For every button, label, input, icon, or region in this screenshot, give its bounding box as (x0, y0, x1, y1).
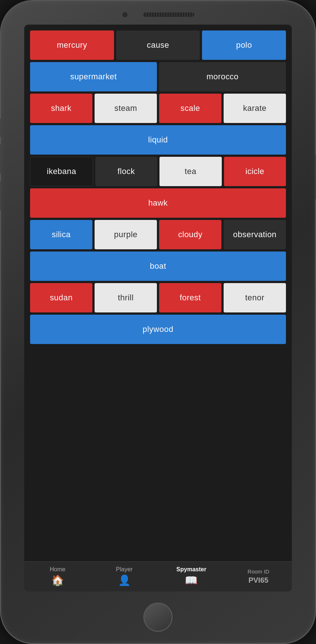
tile-tenor[interactable]: tenor (224, 283, 286, 312)
tile-morocco[interactable]: morocco (159, 62, 286, 91)
tile-row-2: supermarket morocco (30, 62, 286, 91)
volume-mute-button[interactable] (0, 119, 1, 137)
volume-down-button[interactable] (0, 181, 1, 210)
tile-liquid[interactable]: liquid (30, 125, 286, 155)
front-camera (122, 11, 128, 18)
tile-boat[interactable]: boat (30, 252, 286, 281)
tile-supermarket[interactable]: supermarket (30, 62, 157, 91)
tile-flock[interactable]: flock (95, 157, 158, 186)
tile-row-3: shark steam scale karate (30, 94, 286, 123)
tile-plywood[interactable]: plywood (30, 315, 286, 344)
tile-row-7: silica purple cloudy observation (30, 220, 286, 249)
bottom-nav: Home 🏠 Player 👤 Spymaster 📖 Room ID PVI6… (24, 561, 292, 591)
tile-row-4: liquid (30, 125, 286, 155)
tile-cause[interactable]: cause (116, 30, 200, 60)
tile-forest[interactable]: forest (159, 283, 221, 312)
tile-hawk[interactable]: hawk (30, 188, 286, 218)
tile-grid: mercury cause polo supermarket morocco s… (30, 30, 286, 344)
room-id-label: Room ID (247, 568, 269, 575)
tile-row-9: sudan thrill forest tenor (30, 283, 286, 312)
screen: mercury cause polo supermarket morocco s… (24, 25, 292, 591)
tile-ikebana[interactable]: ikebana (30, 157, 93, 186)
nav-home[interactable]: Home 🏠 (43, 566, 72, 586)
tile-mercury[interactable]: mercury (30, 30, 114, 60)
game-area: mercury cause polo supermarket morocco s… (24, 25, 292, 561)
tile-cloudy[interactable]: cloudy (159, 220, 221, 249)
tile-row-5: ikebana flock tea icicle (30, 157, 286, 186)
room-id-value: PVI65 (249, 576, 268, 585)
tile-row-1: mercury cause polo (30, 30, 286, 60)
tile-polo[interactable]: polo (202, 30, 286, 60)
tile-row-10: plywood (30, 315, 286, 344)
tile-thrill[interactable]: thrill (95, 283, 157, 312)
tile-karate[interactable]: karate (224, 94, 286, 123)
tile-observation[interactable]: observation (224, 220, 286, 249)
home-icon: 🏠 (51, 574, 64, 586)
tile-shark[interactable]: shark (30, 94, 92, 123)
tile-steam[interactable]: steam (95, 94, 157, 123)
tile-row-8: boat (30, 252, 286, 281)
tile-icicle[interactable]: icicle (224, 157, 286, 186)
nav-spymaster-label: Spymaster (176, 566, 206, 573)
tile-silica[interactable]: silica (30, 220, 92, 249)
tile-row-6: hawk (30, 188, 286, 218)
volume-up-button[interactable] (0, 144, 1, 174)
nav-home-label: Home (50, 566, 66, 573)
tile-purple[interactable]: purple (95, 220, 157, 249)
phone-frame: mercury cause polo supermarket morocco s… (0, 0, 316, 644)
spymaster-icon: 📖 (185, 574, 198, 586)
nav-spymaster[interactable]: Spymaster 📖 (176, 566, 206, 586)
phone-top-bar (1, 1, 315, 25)
tile-sudan[interactable]: sudan (30, 283, 92, 312)
speaker-grill (143, 12, 194, 17)
player-icon: 👤 (118, 574, 131, 586)
phone-bottom (143, 599, 173, 643)
tile-scale[interactable]: scale (159, 94, 221, 123)
room-id-display: Room ID PVI65 (244, 568, 273, 585)
nav-player-label: Player (116, 566, 132, 573)
nav-player[interactable]: Player 👤 (110, 566, 139, 586)
home-button[interactable] (143, 603, 173, 632)
tile-tea[interactable]: tea (159, 157, 222, 186)
